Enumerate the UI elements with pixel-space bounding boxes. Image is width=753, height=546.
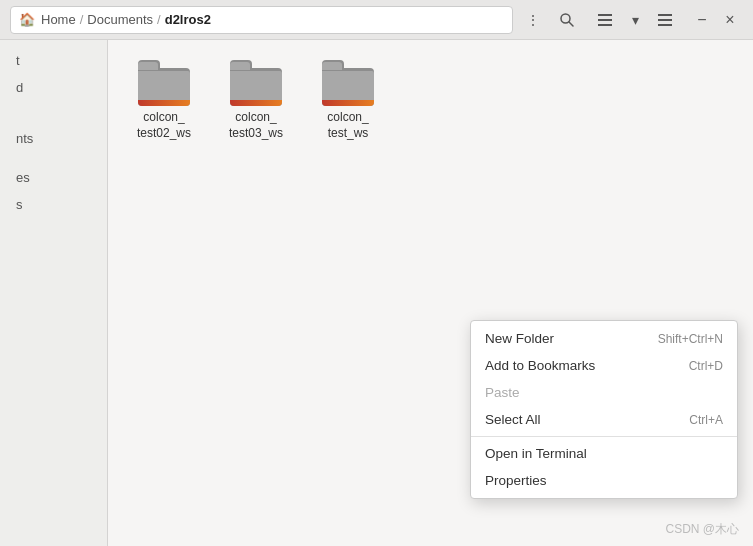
sidebar-item-t[interactable]: t [4, 48, 103, 73]
watermark: CSDN @木心 [665, 521, 739, 538]
menu-button[interactable]: ⋮ [519, 6, 547, 34]
content-area: colcon_test02_ws colcon_test03_ws [108, 40, 753, 546]
folder-grid: colcon_test02_ws colcon_test03_ws [124, 56, 737, 147]
sidebar-item-d[interactable]: d [4, 75, 103, 100]
folder-label-3: colcon_test_ws [327, 110, 368, 141]
menu-label-paste: Paste [485, 385, 520, 400]
folder-body-2 [230, 68, 282, 106]
folder-tab-3 [322, 62, 342, 70]
menu-shortcut-new-folder: Shift+Ctrl+N [658, 332, 723, 346]
sidebar-item-s[interactable]: s [4, 192, 103, 217]
sidebar-item-es[interactable]: es [4, 165, 103, 190]
folder-accent-3 [322, 100, 374, 106]
folder-inner-1 [138, 71, 190, 106]
view-options-button[interactable] [651, 6, 679, 34]
svg-rect-4 [598, 24, 612, 26]
breadcrumb[interactable]: 🏠 Home / Documents / d2lros2 [10, 6, 513, 34]
menu-item-new-folder[interactable]: New Folder Shift+Ctrl+N [471, 325, 737, 352]
menu-item-add-bookmarks[interactable]: Add to Bookmarks Ctrl+D [471, 352, 737, 379]
folder-tab-2 [230, 62, 250, 70]
view-chevron-button[interactable]: ▾ [621, 6, 649, 34]
menu-label-properties: Properties [485, 473, 547, 488]
search-button[interactable] [553, 6, 581, 34]
sidebar-item-4[interactable] [4, 114, 103, 124]
svg-rect-2 [598, 14, 612, 16]
sidebar-item-3[interactable] [4, 102, 103, 112]
folder-item-colcon-test03[interactable]: colcon_test03_ws [216, 56, 296, 147]
breadcrumb-current: d2lros2 [165, 12, 211, 27]
folder-inner-3 [322, 71, 374, 106]
svg-rect-7 [658, 24, 672, 26]
folder-item-colcon-test[interactable]: colcon_test_ws [308, 56, 388, 147]
view-options-icon [657, 12, 673, 28]
breadcrumb-home: Home [41, 12, 76, 27]
folder-icon-3 [322, 62, 374, 106]
folder-label-2: colcon_test03_ws [229, 110, 283, 141]
menu-item-select-all[interactable]: Select All Ctrl+A [471, 406, 737, 433]
close-button[interactable]: × [717, 7, 743, 33]
folder-body-1 [138, 68, 190, 106]
menu-separator [471, 436, 737, 437]
menu-label-add-bookmarks: Add to Bookmarks [485, 358, 595, 373]
menu-item-open-terminal[interactable]: Open in Terminal [471, 440, 737, 467]
search-icon [559, 12, 575, 28]
minimize-button[interactable]: − [689, 7, 715, 33]
view-controls: ▾ [591, 6, 679, 34]
svg-rect-3 [598, 19, 612, 21]
list-view-icon [597, 12, 613, 28]
breadcrumb-sep2: / [157, 12, 161, 27]
svg-rect-5 [658, 14, 672, 16]
sidebar: t d nts es s [0, 40, 108, 546]
svg-line-1 [569, 22, 573, 26]
breadcrumb-documents: Documents [87, 12, 153, 27]
breadcrumb-sep1: / [80, 12, 84, 27]
home-icon: 🏠 [19, 12, 35, 27]
folder-icon-1 [138, 62, 190, 106]
folder-icon-2 [230, 62, 282, 106]
menu-shortcut-select-all: Ctrl+A [689, 413, 723, 427]
titlebar: 🏠 Home / Documents / d2lros2 ⋮ ▾ [0, 0, 753, 40]
menu-label-open-terminal: Open in Terminal [485, 446, 587, 461]
menu-label-select-all: Select All [485, 412, 541, 427]
folder-accent-2 [230, 100, 282, 106]
folder-label-1: colcon_test02_ws [137, 110, 191, 141]
list-view-button[interactable] [591, 6, 619, 34]
context-menu: New Folder Shift+Ctrl+N Add to Bookmarks… [470, 320, 738, 499]
folder-inner-2 [230, 71, 282, 106]
menu-shortcut-add-bookmarks: Ctrl+D [689, 359, 723, 373]
folder-accent-1 [138, 100, 190, 106]
sidebar-item-nts[interactable]: nts [4, 126, 103, 151]
window-controls: − × [689, 7, 743, 33]
folder-tab-1 [138, 62, 158, 70]
main-layout: t d nts es s colcon_test02_ws [0, 40, 753, 546]
menu-item-properties[interactable]: Properties [471, 467, 737, 494]
sidebar-item-6[interactable] [4, 153, 103, 163]
menu-label-new-folder: New Folder [485, 331, 554, 346]
folder-body-3 [322, 68, 374, 106]
svg-rect-6 [658, 19, 672, 21]
menu-item-paste: Paste [471, 379, 737, 406]
folder-item-colcon-test02[interactable]: colcon_test02_ws [124, 56, 204, 147]
